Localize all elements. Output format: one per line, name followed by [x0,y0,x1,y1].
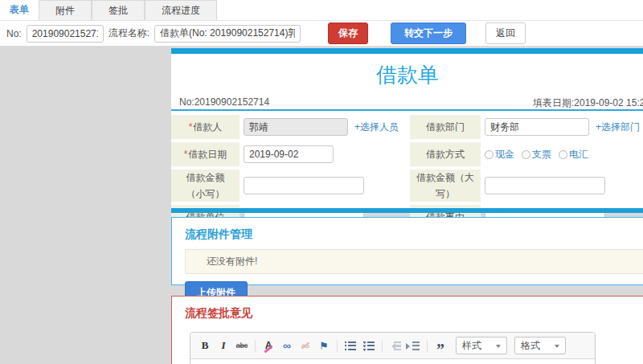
form-title: 借款单 [171,54,643,93]
tab-bar: 表单 附件 签批 流程进度 [0,0,643,21]
tab-attachment[interactable]: 附件 [39,0,92,20]
no-label: No: [6,28,22,39]
required-marker: * [184,149,188,160]
select-department-link[interactable]: +选择部门 [596,121,640,134]
radio-cash[interactable]: 现金 [485,148,514,162]
tab-approval[interactable]: 签批 [92,0,145,20]
select-person-link[interactable]: +选择人员 [354,121,399,134]
toolbar-separator [255,340,256,352]
styles-dropdown[interactable]: 样式 [456,337,507,354]
outdent-icon[interactable] [387,338,403,353]
approval-title: 流程签批意见 [172,297,643,328]
toolbar-separator [382,340,383,352]
toolbar-separator [427,340,428,352]
format-dropdown-label: 格式 [521,339,540,353]
styles-dropdown-label: 样式 [462,339,481,353]
loan-date-label: *借款日期 [171,142,240,166]
amount-lowercase-input[interactable] [244,177,364,194]
form-meta-row: No:20190902152714 填表日期:2019-09-02 15:27:… [171,93,643,111]
back-button[interactable]: 返回 [485,22,526,44]
blockquote-icon[interactable] [432,338,448,353]
form-bottom-accent-bar [171,208,643,213]
indent-icon[interactable] [406,338,422,353]
editor-toolbar: 样式 格式 [190,333,595,359]
process-name-label: 流程名称: [109,27,149,40]
anchor-flag-icon[interactable] [316,338,332,353]
borrower-label: *借款人 [171,115,240,139]
format-dropdown[interactable]: 格式 [514,337,566,354]
loan-method-field: 现金 支票 电汇 [481,142,643,166]
attachments-title: 流程附件管理 [172,218,643,249]
radio-circle-icon [522,150,530,159]
borrower-field: +选择人员 [240,115,410,139]
rich-text-editor: 样式 格式 [190,332,596,364]
link-icon[interactable] [279,338,295,353]
radio-cheque[interactable]: 支票 [522,148,551,162]
department-field: +选择部门 [481,115,643,139]
bulleted-list-icon[interactable] [361,338,377,353]
command-bar: No: 流程名称: 保存 转交下一步 返回 [0,21,643,46]
chevron-down-icon [555,345,559,350]
chevron-down-icon [496,345,501,350]
save-button[interactable]: 保存 [328,22,368,44]
loan-date-field [240,142,410,166]
remove-format-icon[interactable] [260,338,276,353]
radio-circle-icon [485,150,494,159]
tab-form[interactable]: 表单 [0,0,39,20]
department-input[interactable] [485,118,589,136]
unlink-icon[interactable] [297,338,313,353]
form-number: No:20190902152714 [179,96,269,108]
approval-panel: 流程签批意见 样式 格式 [171,296,643,364]
form-fill-date: 填表日期:2019-09-02 15:27:1 [533,96,643,110]
no-attachment-alert: 还没有附件! [185,249,643,274]
no-input[interactable] [27,25,104,43]
next-step-button[interactable]: 转交下一步 [391,22,466,44]
amount-lowercase-field [240,170,410,202]
numbered-list-icon[interactable] [342,338,358,353]
amount-uppercase-label: 借款金额（大写） [410,170,481,202]
editor-content-area[interactable] [190,359,595,364]
amount-uppercase-field [481,170,643,202]
required-marker: * [189,121,193,133]
bold-icon[interactable] [197,338,213,353]
strikethrough-icon[interactable] [234,338,250,353]
attachments-panel: 流程附件管理 还没有附件! 上传附件 [171,217,643,285]
italic-icon[interactable] [215,338,231,353]
process-name-input[interactable] [154,25,301,43]
loan-date-input[interactable] [244,145,334,163]
borrower-input[interactable] [244,118,348,136]
loan-form-panel: 借款单 No:20190902152714 填表日期:2019-09-02 15… [171,48,643,213]
radio-circle-icon [559,150,567,159]
amount-uppercase-input[interactable] [485,177,605,194]
amount-lowercase-label: 借款金额（小写） [171,170,240,202]
toolbar-separator [337,340,338,352]
radio-wire-transfer[interactable]: 电汇 [559,148,588,162]
tab-process-progress[interactable]: 流程进度 [145,0,217,20]
form-top-accent-bar [171,48,643,54]
loan-method-label: 借款方式 [410,142,481,166]
department-label: 借款部门 [410,115,481,139]
